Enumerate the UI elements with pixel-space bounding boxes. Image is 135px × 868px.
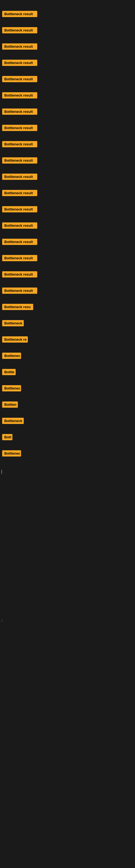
bottleneck-badge-28: Bottlenec <box>1 450 21 458</box>
bottleneck-badge-7: Bottleneck result <box>1 108 37 116</box>
bottleneck-badge-text-6: Bottleneck result <box>2 92 37 98</box>
bottleneck-badge-text-5: Bottleneck result <box>2 76 37 82</box>
bottleneck-badge-11: Bottleneck result <box>1 174 37 181</box>
bottleneck-badge-19: Bottleneck resu <box>1 304 33 311</box>
site-title <box>0 0 135 5</box>
bottleneck-badge-text-24: Bottlenec <box>2 385 21 392</box>
bottleneck-badge-13: Bottleneck result <box>1 206 37 214</box>
bottleneck-badge-22: Bottlenec <box>1 352 21 360</box>
bottleneck-badge-23: Bottle <box>1 369 16 376</box>
bottleneck-badge-text-17: Bottleneck result <box>2 271 37 278</box>
bottleneck-badge-20: Bottleneck <box>1 320 24 328</box>
bottleneck-badge-text-3: Bottleneck result <box>2 43 37 50</box>
bottleneck-badge-text-13: Bottleneck result <box>2 206 37 212</box>
bottleneck-badge-text-12: Bottleneck result <box>2 190 37 196</box>
bottleneck-badge-26: Bottleneck <box>1 418 24 425</box>
bottleneck-badge-6: Bottleneck result <box>1 92 37 99</box>
bottleneck-badge-text-19: Bottleneck resu <box>2 304 33 310</box>
bottleneck-badge-text-11: Bottleneck result <box>2 174 37 180</box>
bottleneck-badge-10: Bottleneck result <box>1 157 37 165</box>
bottleneck-badge-text-2: Bottleneck result <box>2 27 37 33</box>
bottleneck-badge-8: Bottleneck result <box>1 125 37 132</box>
bottleneck-badge-15: Bottleneck result <box>1 239 37 246</box>
bottleneck-badge-9: Bottleneck result <box>1 141 37 148</box>
bottleneck-badge-text-10: Bottleneck result <box>2 157 37 163</box>
bottleneck-badge-text-16: Bottleneck result <box>2 255 37 261</box>
bottleneck-badge-text-18: Bottleneck result <box>2 287 37 294</box>
bottleneck-badge-text-27: Bott <box>2 434 12 440</box>
text-cursor: | <box>1 469 2 474</box>
bottleneck-badge-4: Bottleneck result <box>1 60 37 67</box>
bottleneck-badge-text-25: Bottlen <box>2 401 18 408</box>
bottleneck-badge-text-20: Bottleneck <box>2 320 24 326</box>
bottleneck-badge-text-21: Bottleneck re <box>2 336 28 343</box>
bottleneck-badge-text-15: Bottleneck result <box>2 239 37 245</box>
bottleneck-badge-text-26: Bottleneck <box>2 418 24 424</box>
bottleneck-badge-24: Bottlenec <box>1 385 21 393</box>
bottleneck-badge-text-14: Bottleneck result <box>2 222 37 229</box>
bottleneck-badge-text-1: Bottleneck result <box>2 11 37 17</box>
small-text: c <box>1 618 3 622</box>
bottleneck-badge-21: Bottleneck re <box>1 336 28 344</box>
bottleneck-badge-2: Bottleneck result <box>1 27 37 34</box>
bottleneck-badge-5: Bottleneck result <box>1 76 37 83</box>
bottleneck-badge-text-23: Bottle <box>2 369 16 375</box>
bottleneck-badge-text-22: Bottlenec <box>2 352 21 359</box>
bottleneck-badge-text-7: Bottleneck result <box>2 108 37 115</box>
bottleneck-badge-text-4: Bottleneck result <box>2 60 37 66</box>
bottleneck-badge-text-9: Bottleneck result <box>2 141 37 147</box>
bottleneck-badge-14: Bottleneck result <box>1 222 37 230</box>
bottleneck-badge-1: Bottleneck result <box>1 11 37 18</box>
bottleneck-badge-text-28: Bottlenec <box>2 450 21 457</box>
page-wrapper: Bottleneck resultBottleneck resultBottle… <box>0 0 135 868</box>
bottleneck-badge-16: Bottleneck result <box>1 255 37 262</box>
bottleneck-badge-25: Bottlen <box>1 401 18 409</box>
bottleneck-badge-18: Bottleneck result <box>1 287 37 295</box>
bottleneck-badge-3: Bottleneck result <box>1 43 37 51</box>
bottleneck-badge-12: Bottleneck result <box>1 190 37 197</box>
bottleneck-badge-text-8: Bottleneck result <box>2 125 37 131</box>
bottleneck-badge-27: Bott <box>1 434 12 441</box>
bottleneck-badge-17: Bottleneck result <box>1 271 37 279</box>
